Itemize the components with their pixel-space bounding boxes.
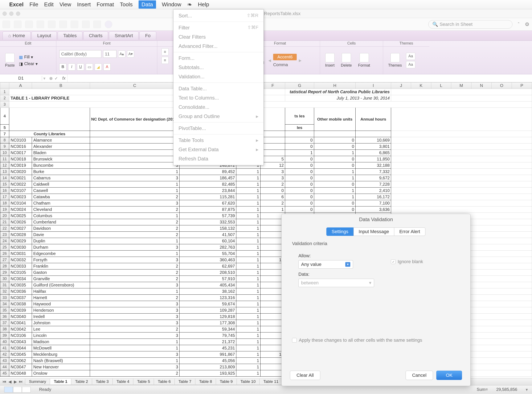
cell[interactable]: Franklin xyxy=(32,263,90,270)
fill-color-button[interactable]: ◢ xyxy=(95,63,102,71)
cell[interactable]: 991,867 xyxy=(180,351,236,358)
cell[interactable]: 123,316 xyxy=(180,295,236,301)
sheet-tab[interactable]: Table 3 xyxy=(92,379,113,385)
ribbon-tab-charts[interactable]: Charts xyxy=(83,31,108,40)
row-header[interactable]: 21 xyxy=(0,219,9,225)
row-header[interactable]: 14 xyxy=(0,175,9,181)
row-header[interactable]: 12 xyxy=(0,162,9,169)
cell[interactable]: 1 xyxy=(236,288,261,295)
cell[interactable]: NC0032 xyxy=(9,257,32,263)
menu-help[interactable]: Help xyxy=(198,1,209,8)
cell[interactable]: NC0031 xyxy=(9,251,32,257)
cell[interactable]: 1 xyxy=(236,295,261,301)
cell[interactable]: NC0039 xyxy=(9,307,32,314)
cell[interactable]: 7,332 xyxy=(356,169,391,175)
clear-all-button[interactable]: Clear All xyxy=(290,371,320,380)
cell[interactable]: Cleveland xyxy=(32,207,90,213)
collapse-ribbon-icon[interactable]: ˆ xyxy=(516,22,521,27)
sheet-tab[interactable]: Table 6 xyxy=(154,379,175,385)
row-header[interactable]: 39 xyxy=(0,332,9,339)
cell[interactable]: 360,463 xyxy=(180,257,236,263)
sheet-first-button[interactable]: ⏮ xyxy=(2,379,7,384)
cell[interactable]: 1 xyxy=(236,370,261,377)
col-header[interactable]: O xyxy=(492,83,512,89)
cell[interactable]: Caldwell xyxy=(32,181,90,187)
cell[interactable]: 3 xyxy=(90,156,180,162)
formula-input[interactable] xyxy=(67,74,532,82)
row-header[interactable]: 10 xyxy=(0,150,9,156)
cell[interactable]: 59,674 xyxy=(180,301,236,307)
cell[interactable]: NC0040 xyxy=(9,314,32,320)
cell[interactable]: NC0107 xyxy=(9,187,32,194)
cell[interactable]: 1 xyxy=(236,181,261,187)
cell[interactable]: Duplin xyxy=(32,238,90,244)
cell[interactable]: Madison xyxy=(32,339,90,345)
cell[interactable]: 3 xyxy=(90,282,180,288)
cell[interactable]: Iredell xyxy=(32,314,90,320)
cell[interactable]: 213,809 xyxy=(180,364,236,370)
row-header[interactable]: 16 xyxy=(0,187,9,194)
cell[interactable]: 6 xyxy=(261,194,285,200)
row-header[interactable]: 37 xyxy=(0,320,9,326)
row-header[interactable]: 1 xyxy=(0,89,9,95)
row-header[interactable]: 3 xyxy=(0,101,9,108)
cell[interactable]: NC0020 xyxy=(9,169,32,175)
menu-view[interactable]: View xyxy=(59,1,71,8)
select-all-corner[interactable] xyxy=(0,83,9,89)
cell[interactable]: Brunswick xyxy=(32,156,90,162)
dialog-tab-input-message[interactable]: Input Message xyxy=(353,228,394,236)
cell[interactable]: 3 xyxy=(90,364,180,370)
col-header[interactable]: J xyxy=(391,83,411,89)
row-header[interactable]: 24 xyxy=(0,238,9,244)
row-header[interactable]: 5 xyxy=(0,124,9,131)
menu-sort[interactable]: Sort...⇧⌘R xyxy=(174,11,263,20)
cell[interactable]: 2 xyxy=(90,137,180,143)
row-header[interactable]: 19 xyxy=(0,207,9,213)
ignore-blank-checkbox[interactable]: ✓ Ignore blank xyxy=(391,259,423,264)
cell[interactable]: 3,636 xyxy=(356,207,391,213)
menu-data[interactable]: Data xyxy=(138,0,156,9)
cell[interactable]: 1 xyxy=(261,207,285,213)
cell[interactable]: NC0103 xyxy=(9,137,32,143)
themes-button[interactable]: Themes xyxy=(386,52,404,68)
cell[interactable]: 1 xyxy=(236,270,261,276)
cell[interactable]: Edgecombe xyxy=(32,251,90,257)
cell[interactable]: 0 xyxy=(314,207,355,213)
col-header[interactable]: G xyxy=(285,83,314,89)
row-header[interactable]: 15 xyxy=(0,181,9,187)
ribbon-tab-layout[interactable]: Layout xyxy=(32,31,57,40)
cell[interactable]: 1 xyxy=(236,301,261,307)
cell[interactable]: 1 xyxy=(236,276,261,282)
cell[interactable]: Buncombe xyxy=(32,162,90,169)
menu-group-outline[interactable]: Group and Outline xyxy=(174,112,263,121)
cell[interactable]: 1 xyxy=(90,181,180,187)
cell[interactable]: 82,485 xyxy=(180,181,236,187)
accept-formula-icon[interactable]: ✓ xyxy=(54,76,58,81)
cell[interactable]: Alexander xyxy=(32,143,90,150)
cell[interactable]: 23,844 xyxy=(180,187,236,194)
cell[interactable]: 2 xyxy=(90,232,180,238)
cell[interactable]: 87,875 xyxy=(180,207,236,213)
cell[interactable]: Columbus xyxy=(32,213,90,219)
row-header[interactable]: 41 xyxy=(0,345,9,351)
qat-help-icon[interactable] xyxy=(105,21,112,28)
cell[interactable]: NC0022 xyxy=(9,181,32,187)
cell[interactable]: 3 xyxy=(90,301,180,307)
qat-save-icon[interactable] xyxy=(25,21,33,28)
cell[interactable]: 1 xyxy=(90,358,180,364)
cell[interactable]: Halifax xyxy=(32,288,90,295)
cell[interactable]: Mecklenburg xyxy=(32,351,90,358)
cell[interactable]: 1 xyxy=(236,251,261,257)
sheet-tab[interactable]: Table 11 xyxy=(259,379,282,385)
cell[interactable]: 7,100 xyxy=(356,200,391,207)
col-header[interactable]: F xyxy=(261,83,285,89)
style-comma[interactable]: Comma xyxy=(273,62,297,67)
format-cells-button[interactable]: Format xyxy=(356,52,372,68)
cell[interactable]: 332,553 xyxy=(180,219,236,225)
cell[interactable]: 1 xyxy=(90,169,180,175)
menu-filter[interactable]: Filter⇧⌘F xyxy=(174,23,263,32)
name-box-dropdown[interactable]: ▾ xyxy=(42,76,47,81)
cell[interactable]: NC0038 xyxy=(9,301,32,307)
menu-refresh-data[interactable]: Refresh Data xyxy=(174,154,263,163)
cell[interactable]: 405,434 xyxy=(180,282,236,288)
